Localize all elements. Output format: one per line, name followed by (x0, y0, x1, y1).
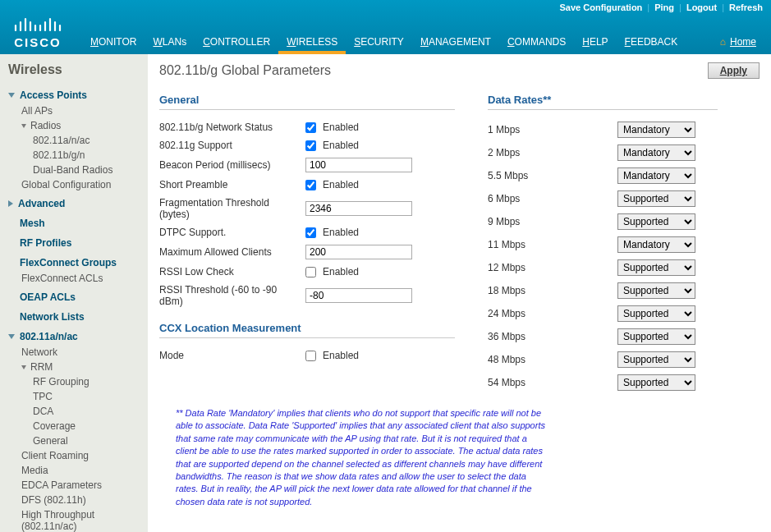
sidebar-item-rrm[interactable]: RRM (21, 360, 146, 374)
rate-select-4[interactable]: Supported (617, 213, 695, 230)
sidebar-item-radios[interactable]: Radios (21, 118, 146, 133)
sidebar-item-general[interactable]: General (33, 433, 146, 448)
sidebar-section-access-points[interactable]: Access Points (8, 87, 146, 103)
sidebar-item-flexconnect-acls[interactable]: FlexConnect ACLs (21, 271, 146, 286)
general-checkbox-7[interactable] (305, 267, 316, 277)
data-rates-title-text: Data Rates** (488, 94, 551, 106)
separator: | (679, 2, 682, 12)
general-input-8[interactable] (305, 288, 412, 303)
sidebar-section-rf-profiles[interactable]: RF Profiles (8, 235, 146, 251)
sidebar-item-coverage[interactable]: Coverage (33, 419, 146, 433)
sidebar-section-mesh[interactable]: Mesh (8, 215, 146, 232)
sidebar-item-dfs-802-11h-[interactable]: DFS (802.11h) (21, 493, 146, 507)
nav-item-wlans[interactable]: WLANs (145, 36, 195, 54)
general-row-7: RSSI Low Check Enabled (159, 263, 455, 281)
rate-select-3[interactable]: Supported (617, 190, 695, 207)
rate-select-8[interactable]: Supported (617, 305, 695, 322)
general-label: Short Preamble (159, 179, 299, 190)
sidebar-section-flexconnect-groups[interactable]: FlexConnect Groups (8, 255, 146, 271)
main-content: 802.11b/g Global Parameters Apply Genera… (148, 54, 771, 532)
rate-select-10[interactable]: Supported (617, 351, 695, 368)
nav-item-feedback[interactable]: FEEDBACK (617, 36, 686, 54)
apply-button[interactable]: Apply (708, 62, 760, 79)
nav-item-monitor[interactable]: MONITOR (82, 36, 145, 54)
general-input-4[interactable] (305, 201, 412, 216)
general-label: 802.11g Support (159, 140, 299, 151)
general-label: RSSI Threshold (-60 to -90 dBm) (159, 284, 299, 307)
refresh-link[interactable]: Refresh (729, 2, 763, 12)
rate-row-1: 2 MbpsMandatory (488, 141, 718, 164)
rate-select-0[interactable]: Mandatory (617, 122, 695, 138)
sidebar-item-global-configuration[interactable]: Global Configuration (21, 177, 146, 192)
general-label: Maximum Allowed Clients (159, 246, 299, 258)
rate-select-2[interactable]: Mandatory (617, 167, 695, 184)
sidebar-item-dca[interactable]: DCA (33, 404, 146, 419)
nav-item-security[interactable]: SECURITY (346, 36, 412, 54)
sidebar-item-802-11b-g-n[interactable]: 802.11b/g/n (33, 148, 146, 163)
nav-item-controller[interactable]: CONTROLLER (195, 36, 278, 54)
rate-select-7[interactable]: Supported (617, 282, 695, 299)
sidebar-item-tpc[interactable]: TPC (33, 389, 146, 404)
sidebar-item-all-aps[interactable]: All APs (21, 103, 146, 118)
rate-label: 11 Mbps (488, 239, 611, 250)
sidebar-item-dual-band-radios[interactable]: Dual-Band Radios (33, 163, 146, 177)
general-section-title: General (159, 94, 455, 110)
sidebar-item-client-roaming[interactable]: Client Roaming (21, 448, 146, 463)
general-checkbox-5[interactable] (305, 227, 316, 238)
general-label: DTPC Support. (159, 227, 299, 238)
rate-row-8: 24 MbpsSupported (488, 302, 718, 325)
separator: | (647, 2, 649, 12)
general-label: RSSI Low Check (159, 266, 299, 277)
rate-label: 1 Mbps (488, 124, 611, 135)
rate-row-0: 1 MbpsMandatory (488, 118, 718, 141)
nav-home[interactable]: ⌂Home (715, 36, 761, 54)
cisco-logo: CISCO (13, 16, 62, 54)
nav-item-management[interactable]: MANAGEMENT (412, 36, 499, 54)
sidebar-item-802-11a-n-ac[interactable]: 802.11a/n/ac (33, 133, 146, 148)
general-label: Beacon Period (millisecs) (159, 159, 299, 171)
rate-label: 24 Mbps (488, 308, 611, 319)
general-input-2[interactable] (305, 158, 412, 172)
general-input-6[interactable] (305, 245, 412, 259)
chevron-down-icon (8, 93, 15, 98)
sidebar-section-advanced[interactable]: Advanced (8, 195, 146, 212)
general-checkbox-0[interactable] (305, 122, 316, 133)
sidebar-section-802-11a-n-ac[interactable]: 802.11a/n/ac (8, 328, 146, 345)
rate-select-1[interactable]: Mandatory (617, 144, 695, 161)
ccx-mode-row: Mode Enabled (159, 346, 455, 365)
enabled-text: Enabled (323, 179, 359, 190)
ccx-mode-checkbox[interactable] (305, 351, 316, 361)
rate-row-9: 36 MbpsSupported (488, 325, 718, 348)
primary-nav: MONITORWLANsCONTROLLERWIRELESSSECURITYMA… (82, 36, 761, 54)
sidebar-item-edca-parameters[interactable]: EDCA Parameters (21, 478, 146, 493)
sidebar-item-network[interactable]: Network (21, 345, 146, 360)
rate-select-6[interactable]: Supported (617, 259, 695, 276)
sidebar-section-network-lists[interactable]: Network Lists (8, 309, 146, 325)
rate-row-7: 18 MbpsSupported (488, 279, 718, 302)
rate-row-4: 9 MbpsSupported (488, 210, 718, 233)
chevron-icon (21, 365, 26, 369)
rate-select-9[interactable]: Supported (617, 328, 695, 345)
general-row-0: 802.11b/g Network Status Enabled (159, 118, 455, 136)
nav-item-wireless[interactable]: WIRELESS (278, 36, 346, 54)
sidebar-item-high-throughput-802-11n-ac-[interactable]: High Throughput (802.11n/ac) (21, 507, 146, 532)
save-configuration-link[interactable]: Save Configuration (560, 2, 643, 12)
rate-row-3: 6 MbpsSupported (488, 187, 718, 210)
nav-item-help[interactable]: HELP (574, 36, 616, 54)
chevron-icon (21, 124, 26, 128)
rate-select-11[interactable]: Supported (617, 374, 695, 391)
enabled-text: Enabled (323, 122, 359, 133)
header-utility-bar: Save Configuration | Ping | Logout | Ref… (0, 0, 771, 16)
ping-link[interactable]: Ping (654, 2, 674, 12)
sidebar-item-media[interactable]: Media (21, 463, 146, 478)
nav-item-commands[interactable]: COMMANDS (499, 36, 574, 54)
general-row-4: Fragmentation Threshold (bytes) (159, 194, 455, 223)
general-checkbox-1[interactable] (305, 140, 316, 151)
sidebar-item-rf-grouping[interactable]: RF Grouping (33, 374, 146, 389)
general-checkbox-3[interactable] (305, 180, 316, 190)
rate-select-5[interactable]: Mandatory (617, 236, 695, 253)
rate-label: 18 Mbps (488, 285, 611, 296)
general-row-2: Beacon Period (millisecs) (159, 154, 455, 176)
logout-link[interactable]: Logout (686, 2, 717, 12)
sidebar-section-oeap-acls[interactable]: OEAP ACLs (8, 289, 146, 305)
